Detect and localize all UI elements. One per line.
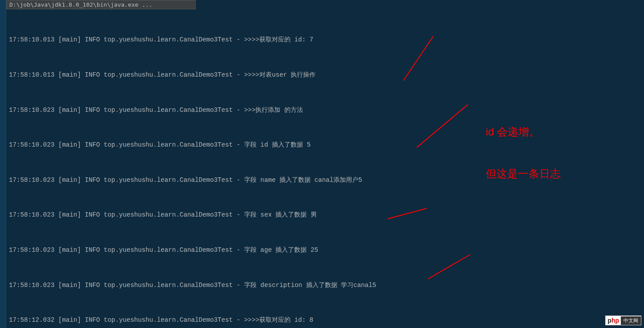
log-line: 17:58:10.023 [main] INFO top.yueshushu.l… xyxy=(9,139,633,151)
log-line: 17:58:10.013 [main] INFO top.yueshushu.l… xyxy=(9,69,633,81)
gutter xyxy=(0,0,6,328)
watermark: php 中文网 xyxy=(605,316,641,325)
process-header: D:\job\Java\jdk1.8.0_102\bin\java.exe ..… xyxy=(6,0,196,9)
annotation-text: 但这是一条日志 xyxy=(486,167,561,181)
watermark-hp: hp xyxy=(611,317,619,324)
watermark-p: p xyxy=(607,317,611,324)
log-line: 17:58:12.032 [main] INFO top.yueshushu.l… xyxy=(9,314,633,326)
log-line: 17:58:10.023 [main] INFO top.yueshushu.l… xyxy=(9,209,633,221)
annotation-text: id 会递增。 xyxy=(486,125,540,139)
log-line: 17:58:10.013 [main] INFO top.yueshushu.l… xyxy=(9,34,633,45)
log-line: 17:58:10.023 [main] INFO top.yueshushu.l… xyxy=(9,244,633,256)
log-line: 17:58:10.023 [main] INFO top.yueshushu.l… xyxy=(9,279,633,291)
watermark-cn: 中文网 xyxy=(621,316,641,325)
log-line: 17:58:10.023 [main] INFO top.yueshushu.l… xyxy=(9,104,633,116)
watermark-logo: php xyxy=(606,316,621,324)
